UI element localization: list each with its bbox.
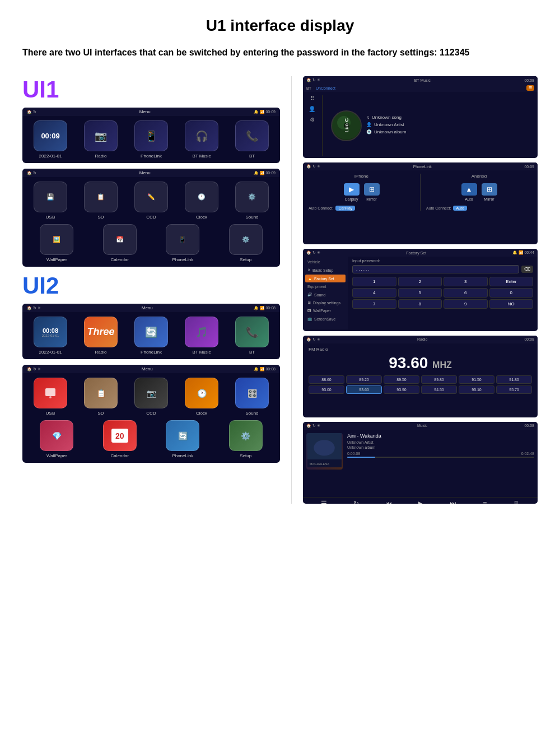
factory-wallpaper-icon: 🖼	[307, 309, 311, 313]
ui2-usb[interactable]: USB	[34, 378, 67, 416]
numpad-1[interactable]: 1	[352, 277, 396, 286]
factory-factory-set[interactable]: 🔥 Factory Set	[305, 275, 346, 282]
ui1-item-clock[interactable]: 00:09 2022-01-01	[34, 120, 67, 159]
ui1-setup[interactable]: ⚙️ Setup	[229, 224, 263, 262]
numpad-3[interactable]: 3	[444, 277, 488, 286]
phonelink-time: 00:09	[524, 165, 534, 169]
factory-main: Input password: ...... ⌫ 1 2 3 Enter 4 5…	[348, 257, 538, 329]
ui1-phonelink2[interactable]: 📱 PhoneLink	[166, 224, 199, 262]
ui2-m2-title: Menu	[142, 366, 153, 371]
phonelink-mirror[interactable]: ⊞ Mirror	[364, 183, 380, 201]
numpad-enter[interactable]: Enter	[489, 277, 534, 286]
ui2-item-phonelink[interactable]: 🔄 PhoneLink	[134, 317, 168, 355]
phonelink-autoconnect-iphone: Auto Connect: CarPlay	[309, 206, 414, 211]
ui2-item-bt[interactable]: 📞 BT	[235, 317, 269, 355]
ui1-usb[interactable]: 💾 USB	[34, 182, 67, 220]
ui1-sound[interactable]: ⚙️ Sound	[235, 182, 269, 220]
factory-sound[interactable]: 🔊 Sound	[305, 291, 346, 299]
factory-display[interactable]: 🖥 Display settings	[305, 299, 346, 306]
ui2-clock2[interactable]: 🕐 Clock	[185, 378, 218, 416]
numpad-8[interactable]: 8	[398, 299, 442, 309]
ui2-phonelink2[interactable]: 🔄 PhoneLink	[166, 420, 199, 458]
ui1-bt-icon: 📞	[235, 120, 269, 151]
numpad-7[interactable]: 7	[352, 299, 396, 309]
preset-91-50[interactable]: 91.50	[459, 375, 494, 384]
factory-password-input[interactable]: ......	[352, 265, 519, 273]
ui1-menu1-grid: 00:09 2022-01-01 📷 Radio 📱 PhoneLink 🎧	[27, 120, 276, 159]
preset-91-80[interactable]: 91.80	[496, 375, 532, 384]
playlist-icon[interactable]: ☰	[321, 500, 327, 504]
equalizer-icon[interactable]: 🎚	[513, 500, 520, 504]
music-play-icon[interactable]: ▶	[418, 500, 423, 504]
ui2-item-clock[interactable]: 00:08 2022-01-01 2022-01-01	[34, 317, 67, 355]
phonelink-carplay[interactable]: ▶ Carplay	[344, 183, 360, 201]
ui2-wallpaper[interactable]: 💎 WallPaper	[40, 420, 73, 458]
ui2-clock-icon: 00:08 2022-01-01	[34, 317, 67, 347]
ui2-item-btmusic[interactable]: 🎵 BT Music	[185, 317, 218, 355]
ui1-menu2-row1: 💾 USB 📋 SD ✏️ CCD 🕐 Clock	[27, 182, 276, 220]
ui1-sd[interactable]: 📋 SD	[84, 182, 118, 220]
main-layout: UI1 🏠 ↻ Menu 🔔 📶 00:09 00:09 2022-01-01	[22, 76, 538, 504]
phonelink-auto[interactable]: ▲ Auto	[461, 183, 477, 201]
ui2-setup[interactable]: ⚙️ Setup	[229, 420, 263, 458]
bt-album: Unknown album	[374, 129, 406, 134]
bt-music-header: 🏠 ↻ ✳ BT Music 00:08	[303, 76, 538, 84]
factory-numpad: 1 2 3 Enter 4 5 6 0 7 8 9 NO	[352, 277, 533, 309]
phonelink-mirror2[interactable]: ⊞ Mirror	[482, 183, 497, 201]
factory-basic-setup[interactable]: ✕ Basic Setup	[305, 266, 346, 274]
ui1-bt-label: BT	[249, 154, 255, 159]
sidebar-divider	[322, 95, 323, 156]
ui1-m2-title: Menu	[139, 170, 151, 175]
numpad-2[interactable]: 2	[398, 277, 442, 286]
factory-screensave[interactable]: 📺 ScreenSave	[305, 315, 346, 323]
ui2-item-radio[interactable]: Three Radio	[84, 317, 118, 355]
ui1-wallpaper[interactable]: 🖼️ WallPaper	[40, 224, 73, 262]
preset-95-70[interactable]: 95.70	[496, 385, 532, 394]
preset-89-80[interactable]: 89.80	[421, 375, 457, 384]
ui2-clock-label: 2022-01-01	[39, 350, 62, 355]
ui1-item-phonelink[interactable]: 📱 PhoneLink	[134, 120, 168, 159]
ui2-calendar[interactable]: 20 Calendar	[103, 420, 137, 458]
preset-89-20[interactable]: 89.20	[346, 375, 382, 384]
svg-point-6	[314, 440, 335, 456]
ui1-btmusic-label: BT Music	[192, 154, 211, 159]
factory-wallpaper[interactable]: 🖼 WallPaper	[305, 307, 346, 314]
music-next-icon[interactable]: ⏭	[450, 500, 456, 504]
music-progress-bar[interactable]	[347, 457, 534, 458]
preset-93-00[interactable]: 93.00	[309, 385, 344, 394]
factory-content: Vehicle ✕ Basic Setup 🔥 Factory Set Equi…	[303, 257, 538, 329]
numpad-no[interactable]: NO	[489, 299, 534, 309]
ui1-m2-status: 🔔 📶 00:09	[254, 171, 276, 175]
ui1-item-radio[interactable]: 📷 Radio	[84, 120, 118, 159]
preset-93-90[interactable]: 93.90	[384, 385, 419, 394]
ui2-sound[interactable]: 🎛️ Sound	[235, 378, 269, 416]
radio-nav: 🏠 ↻ ✳	[306, 337, 320, 342]
mirror-icon: ⊞	[364, 183, 380, 196]
preset-88-60[interactable]: 88.60	[309, 375, 344, 384]
carplay-icon: ▶	[344, 183, 360, 196]
numpad-0[interactable]: 0	[489, 288, 534, 298]
radio-header: 🏠 ↻ ✳ Radio 00:08	[303, 336, 538, 343]
preset-94-50[interactable]: 94.50	[421, 385, 457, 394]
preset-89-50[interactable]: 89.50	[384, 375, 419, 384]
numpad-6[interactable]: 6	[444, 288, 488, 298]
factory-backspace-btn[interactable]: ⌫	[521, 266, 533, 273]
ui2-ccd[interactable]: 📷 CCD	[134, 378, 168, 416]
bt-artist: Unknown Artist	[374, 122, 404, 127]
ui1-item-btmusic[interactable]: 🎧 BT Music	[185, 120, 218, 159]
preset-95-10[interactable]: 95.10	[459, 385, 494, 394]
ui1-calendar[interactable]: 📅 Calendar	[103, 224, 137, 262]
ui2-menu1-grid: 00:08 2022-01-01 2022-01-01 Three Radio	[27, 317, 276, 355]
preset-93-60[interactable]: 93.60	[346, 385, 382, 394]
ui1-radio-icon: 📷	[84, 120, 118, 151]
ui2-sd[interactable]: 📋 SD	[84, 378, 118, 416]
repeat-icon[interactable]: ↻	[353, 500, 359, 504]
music-prev-icon[interactable]: ⏮	[385, 500, 392, 504]
ui1-clock2[interactable]: 🕐 Clock	[185, 182, 218, 220]
numpad-4[interactable]: 4	[352, 288, 396, 298]
queue-icon[interactable]: ≡	[483, 500, 487, 504]
ui1-item-bt[interactable]: 📞 BT	[235, 120, 269, 159]
numpad-5[interactable]: 5	[398, 288, 442, 298]
ui1-ccd[interactable]: ✏️ CCD	[134, 182, 168, 220]
numpad-9[interactable]: 9	[444, 299, 488, 309]
